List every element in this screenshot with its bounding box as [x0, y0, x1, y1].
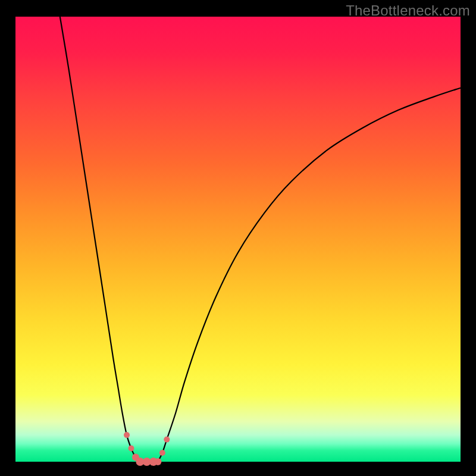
marker-point [159, 450, 165, 456]
marker-point [128, 446, 134, 452]
marker-point [124, 432, 130, 438]
marker-point [154, 458, 161, 465]
marker-group [124, 432, 170, 466]
marker-point [164, 437, 170, 443]
curve-right-branch [158, 88, 461, 462]
watermark-text: TheBottleneck.com [346, 2, 470, 19]
curve-left-branch [60, 17, 140, 462]
plot-area [15, 17, 461, 462]
chart-svg [15, 17, 461, 462]
